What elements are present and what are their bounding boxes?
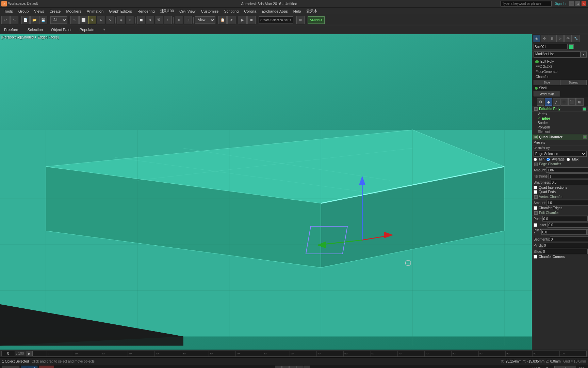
chamfer-by-dropdown[interactable]: Edge Selection Vertex Selection Face Sel… [534,151,587,157]
mirror-button[interactable]: ⇔ [175,16,183,24]
motion-icon[interactable]: ▷ [556,35,564,42]
timeline-track[interactable]: 5 10 15 20 25 30 35 40 45 50 55 60 65 70… [33,351,587,357]
auto-key-button[interactable]: Auto Key [2,366,19,368]
sub-edge[interactable]: ✓ Edge [532,116,588,121]
hierarchy-icon[interactable]: ⊞ [549,35,556,42]
menu-speed100[interactable]: 速影100 [158,8,177,14]
chamfer-edges-check[interactable] [534,206,537,210]
push2-down[interactable]: ▼ [587,232,588,235]
slice-button[interactable]: Slice [534,80,560,85]
vertex-chamfer-collapse[interactable]: - [534,195,538,199]
menu-tools[interactable]: Tools [1,9,16,14]
populate-button[interactable]: Populate [78,27,96,32]
radio-average[interactable] [546,158,550,161]
segments-input[interactable] [550,236,588,242]
settings-icon[interactable]: ⚙ [537,98,544,106]
menu-rendering[interactable]: Rendering [135,9,158,14]
selection-button[interactable]: Selection [26,27,44,32]
quad-chamfer-icon[interactable]: ⊞ [534,135,538,139]
quad-ends-check[interactable] [534,190,537,194]
viewport[interactable]: [Perspective][Shaded + Edged Faces] [0,34,532,350]
menu-scripting[interactable]: Scripting [221,9,241,14]
menu-create[interactable]: Create [47,9,63,14]
redo-button[interactable]: ↪ [10,16,18,24]
quad-chamfer-check[interactable] [583,135,587,139]
uvw-map-button[interactable]: UVW Map [534,91,560,96]
sub-element[interactable]: Element [532,129,588,134]
go-end-button[interactable]: ⏭ [304,366,310,368]
object-name-input[interactable] [534,44,568,49]
sub-border[interactable]: Border [532,121,588,125]
select-region-button[interactable]: ⬜ [79,16,87,24]
set-key-button[interactable]: Set Key [39,366,54,368]
edit-chamfer-collapse[interactable]: - [534,211,538,215]
view-dropdown[interactable]: View [195,16,215,24]
border-mode-icon[interactable]: □ [560,98,568,106]
polygon-mode-icon[interactable]: ⬛ [568,98,576,106]
pivot-button[interactable]: ⊕ [126,16,134,24]
close-button[interactable]: ✕ [581,1,587,6]
radio-max[interactable] [567,158,570,161]
menu-exchange[interactable]: Exchange Apps [259,9,290,14]
modifier-shell[interactable]: Shell [533,86,587,91]
chamfer-corners-check[interactable] [534,255,537,259]
signin-link[interactable]: Sign In [555,2,566,5]
new-button[interactable]: 📄 [21,16,30,24]
object-color-swatch[interactable] [569,44,574,49]
undo-button[interactable]: ↩ [1,16,10,24]
save-button[interactable]: 💾 [39,16,47,24]
vertex-amount-input[interactable] [546,200,588,205]
menu-corona[interactable]: Corona [241,9,259,14]
menu-customize[interactable]: Customize [198,9,221,14]
search-input[interactable] [501,1,552,6]
utilities-icon[interactable]: 🔧 [572,35,579,42]
object-paint-button[interactable]: Object Paint [50,27,73,32]
layer-manager-button[interactable]: ⊞ [296,16,305,24]
maximize-button[interactable]: □ [575,1,581,6]
menu-graph-editors[interactable]: Graph Editors [106,9,135,14]
slide-input[interactable] [542,249,587,254]
vertex-mode-icon[interactable]: ◆ [545,98,552,106]
reference-coord-button[interactable]: ◈ [117,16,125,24]
sharpness-input[interactable] [551,180,588,185]
rotate-button[interactable]: ↻ [97,16,105,24]
prev-frame-button[interactable]: ◀ [282,366,289,368]
align-button[interactable]: ⊟ [184,16,192,24]
modifier-list-dropdown[interactable]: Modifier List [534,51,581,58]
modify-icon[interactable]: ⚙ [541,35,548,42]
filter-dropdown[interactable]: All [50,16,67,24]
edge-chamfer-collapse[interactable]: - [534,163,538,166]
sub-polygon[interactable]: Polygon [532,125,588,129]
play-button[interactable]: ▶ [289,366,296,368]
display-mode-button[interactable]: 👁 [227,16,235,24]
frame-counter[interactable] [1,351,15,356]
edge-mode-icon[interactable]: ╱ [553,98,560,106]
iterations-input[interactable] [549,173,588,179]
radio-min[interactable] [534,158,537,161]
push-input[interactable] [542,216,588,221]
modifier-ffd[interactable]: FFD 2x2x2 [533,64,587,69]
select-button[interactable]: ↖ [70,16,79,24]
inset-input[interactable] [548,222,588,228]
stop-btn[interactable]: ⏹ [247,16,256,24]
element-mode-icon[interactable]: ⊞ [576,98,584,106]
snap-toggle[interactable]: 🔲 [137,16,145,24]
menu-views[interactable]: Views [31,9,47,14]
percent-snap-toggle[interactable]: % [155,16,163,24]
pinch-input[interactable] [543,243,588,248]
play-btn[interactable]: ▶ [239,16,247,24]
menu-help[interactable]: Help [291,9,304,14]
display-icon[interactable]: ◉ [533,35,540,42]
menu-cloud[interactable]: 云天木 [304,8,320,14]
next-frame-button[interactable]: ▶ [296,366,303,368]
quad-intersections-check[interactable] [534,186,537,189]
edge-amount-input[interactable] [546,167,588,173]
sweep-button[interactable]: Sweep [560,80,587,85]
named-sel-button[interactable]: 📋 [218,16,227,24]
angle-snap-toggle[interactable]: ∢ [146,16,154,24]
spinner-snap-toggle[interactable]: ↕ [164,16,172,24]
minimize-button[interactable]: ─ [569,1,574,6]
vmpp-button[interactable]: VMPP+4 [308,16,325,24]
modifier-edit-poly[interactable]: Edit Poly [533,59,587,64]
inset-check[interactable] [534,223,537,227]
